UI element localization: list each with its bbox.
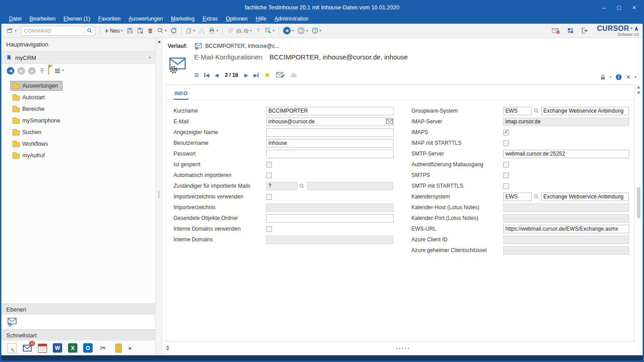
chevron-down-icon[interactable]: ▾ [610, 76, 611, 79]
maximize-button[interactable]: □ [611, 2, 627, 13]
sidebar-splitter[interactable]: ◀ •••• [156, 38, 162, 355]
list-menu-button[interactable]: ▾ [52, 66, 66, 76]
lookup-search-icon[interactable] [299, 183, 305, 189]
tab-info[interactable]: INFO [174, 91, 189, 100]
close-record-icon[interactable]: × [626, 73, 631, 81]
smtp-server-input[interactable] [503, 150, 629, 158]
delete-button[interactable] [145, 26, 155, 35]
chevron-down-icon[interactable]: ▾ [635, 76, 636, 79]
dashboard-grid-icon[interactable] [565, 26, 576, 35]
kurzname-input[interactable] [266, 107, 394, 115]
quick-excel-button[interactable]: X [68, 343, 78, 353]
gesendete-objekte-ordner-input[interactable] [266, 214, 394, 223]
edit-search-button[interactable]: ▾ [155, 26, 169, 35]
favorite-star-icon[interactable]: ★ [264, 72, 270, 79]
first-record-button[interactable]: ◀ [204, 73, 209, 78]
imap-starttls-checkbox[interactable] [503, 140, 509, 146]
quick-overflow-button[interactable]: » [128, 345, 131, 351]
quick-note-button[interactable]: ✎ [7, 343, 17, 353]
scrollbar-thumb[interactable] [637, 187, 640, 218]
horizontal-scrollbar[interactable]: ••••• [166, 345, 635, 352]
menu-ebenen[interactable]: Ebenen (1) [59, 15, 94, 23]
menu-auswertungen[interactable]: Auswertungen [125, 15, 167, 23]
lookup-search-icon[interactable] [534, 108, 539, 114]
quick-folder-button[interactable] [113, 343, 123, 353]
save-button[interactable] [125, 26, 135, 35]
command-input[interactable] [21, 27, 84, 35]
logout-icon[interactable] [579, 26, 590, 35]
quick-calendar-button[interactable] [37, 343, 47, 353]
vertical-scrollbar[interactable] [636, 84, 641, 342]
panel-collapse-icon[interactable] [166, 349, 169, 351]
ews-url-input[interactable] [503, 225, 629, 233]
panel-expand-icon[interactable] [166, 345, 169, 348]
filter-icon[interactable] [254, 26, 263, 35]
next-record-button[interactable]: ▶ [244, 73, 248, 78]
record-menu-icon[interactable]: ≡ [194, 71, 199, 79]
quick-mail-button[interactable]: 20 [22, 343, 32, 353]
menu-marketing[interactable]: Marketing [167, 15, 199, 23]
lookup-search-icon[interactable] [534, 194, 539, 199]
window-switcher-button[interactable]: ▾ [5, 26, 18, 35]
history-button[interactable]: ▾ [310, 26, 323, 35]
menu-hilfe[interactable]: Hilfe [252, 15, 271, 23]
copy-button[interactable]: ▾ [184, 26, 197, 35]
collapse-sidebar-icon[interactable]: ◀ [157, 38, 160, 44]
passwort-input[interactable] [266, 150, 394, 158]
back-button[interactable]: ◀ ▾ [281, 25, 296, 36]
ist-gesperrt-checkbox[interactable] [266, 162, 272, 168]
mass-edit-button[interactable]: ▾ [263, 26, 276, 35]
nav-back-button[interactable]: ◀ [7, 67, 14, 75]
importverzeichnis-verwenden-checkbox[interactable] [266, 194, 272, 200]
quick-cut-button[interactable]: ✂ [98, 343, 108, 353]
minimize-button[interactable]: – [596, 2, 611, 13]
coordinates-button[interactable]: (0, 0) ▾ [235, 27, 254, 35]
smtps-checkbox[interactable] [503, 173, 509, 178]
forward-button[interactable]: ▶ ▾ [296, 25, 310, 36]
new-folder-button[interactable]: + [48, 67, 49, 75]
zustaendiger-code-input[interactable] [266, 182, 297, 190]
scroll-up-icon[interactable] [636, 84, 641, 90]
go-to-top-icon[interactable] [39, 67, 45, 74]
menu-bearbeiten[interactable]: Bearbeiten [25, 15, 59, 23]
info-icon[interactable] [615, 74, 622, 80]
close-button[interactable]: × [627, 2, 642, 13]
nav-forward-button[interactable]: ▶ [17, 67, 25, 75]
angezeigter-name-input[interactable] [266, 128, 394, 137]
tree-item-workflows[interactable]: Workflows [10, 138, 155, 150]
tree-item-auswertungen[interactable]: Auswertungen [10, 80, 155, 92]
quick-word-button[interactable]: W [52, 343, 63, 353]
neu-button[interactable]: + Neu ▾ [103, 26, 125, 35]
tree-item-autostart[interactable]: Autostart [10, 92, 155, 103]
ebenen-section-header[interactable]: Ebenen [1, 303, 155, 315]
menu-favoriten[interactable]: Favoriten [94, 15, 124, 23]
menu-extras[interactable]: Extras [199, 15, 222, 23]
feedback-mail-icon[interactable] [550, 26, 562, 36]
menu-administration[interactable]: Administration [271, 15, 313, 23]
search-icon[interactable] [84, 26, 95, 35]
print-button[interactable]: ▾ [207, 26, 220, 35]
splitter-grip[interactable]: •••• [158, 191, 159, 198]
auth-mailausgang-checkbox[interactable] [503, 162, 509, 168]
history-item[interactable]: BCCIMPORTER, inhouse@c... [191, 42, 282, 51]
scroll-down-icon[interactable] [636, 90, 641, 96]
refresh-button[interactable] [169, 26, 179, 35]
ebenen-current-layer[interactable] [1, 315, 155, 329]
menu-datei[interactable]: Datei [5, 15, 25, 23]
cloud-icon[interactable] [290, 73, 298, 78]
lock-icon[interactable] [600, 74, 606, 80]
automatisch-importieren-checkbox[interactable] [266, 173, 272, 178]
smtp-starttls-checkbox[interactable] [503, 183, 509, 189]
send-email-icon[interactable] [386, 118, 393, 124]
groupware-system-code-input[interactable] [503, 107, 532, 115]
email-input[interactable] [266, 118, 394, 126]
save-and-edit-button[interactable] [135, 26, 145, 35]
tree-item-mysmartphone[interactable]: mySmartphone [10, 115, 155, 126]
nav-up-button[interactable]: ▲ [28, 67, 36, 75]
tree-item-bereiche[interactable]: Bereiche [10, 103, 155, 115]
interne-domains-verwenden-checkbox[interactable] [266, 226, 272, 232]
imaps-checkbox[interactable] [503, 130, 509, 135]
benutzername-input[interactable] [266, 139, 394, 147]
panel-grip[interactable]: ••••• [396, 346, 411, 351]
tree-item-suchen[interactable]: Suchen [10, 126, 155, 138]
